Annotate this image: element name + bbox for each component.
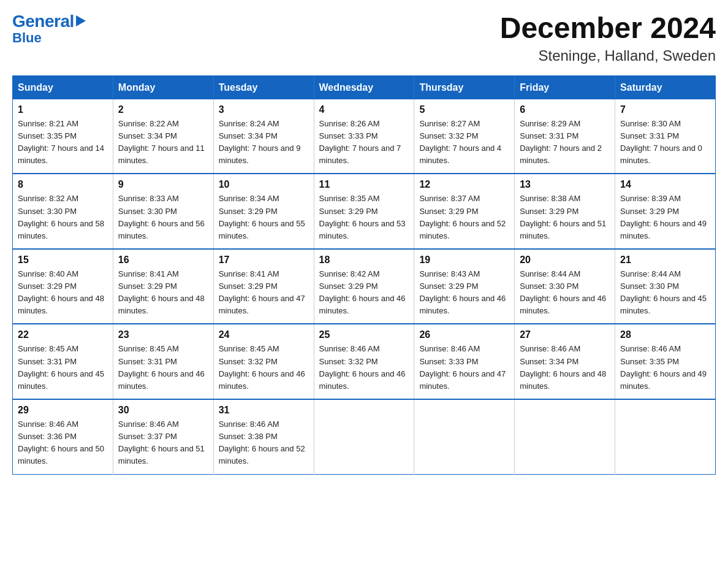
day-number: 1 — [18, 104, 108, 115]
calendar-day-cell: 5Sunrise: 8:27 AMSunset: 3:32 PMDaylight… — [414, 99, 515, 174]
day-number: 9 — [118, 179, 208, 190]
calendar-title: December 2024 — [500, 12, 716, 45]
day-info: Sunrise: 8:45 AMSunset: 3:31 PMDaylight:… — [18, 343, 108, 393]
header-saturday: Saturday — [615, 75, 716, 99]
calendar-day-cell: 8Sunrise: 8:32 AMSunset: 3:30 PMDaylight… — [13, 174, 113, 249]
calendar-day-cell — [414, 399, 515, 474]
day-info: Sunrise: 8:46 AMSunset: 3:32 PMDaylight:… — [319, 343, 409, 393]
day-number: 7 — [620, 104, 710, 115]
calendar-day-cell: 21Sunrise: 8:44 AMSunset: 3:30 PMDayligh… — [615, 249, 716, 324]
calendar-day-cell — [615, 399, 716, 474]
calendar-day-cell: 27Sunrise: 8:46 AMSunset: 3:34 PMDayligh… — [515, 324, 615, 399]
logo-general-word: General — [12, 12, 74, 31]
calendar-day-cell: 17Sunrise: 8:41 AMSunset: 3:29 PMDayligh… — [213, 249, 314, 324]
day-info: Sunrise: 8:24 AMSunset: 3:34 PMDaylight:… — [219, 118, 309, 167]
day-info: Sunrise: 8:40 AMSunset: 3:29 PMDaylight:… — [18, 268, 108, 318]
calendar-week-row: 29Sunrise: 8:46 AMSunset: 3:36 PMDayligh… — [13, 399, 716, 474]
day-number: 11 — [319, 179, 409, 190]
day-info: Sunrise: 8:46 AMSunset: 3:38 PMDaylight:… — [219, 418, 309, 468]
calendar-day-cell: 25Sunrise: 8:46 AMSunset: 3:32 PMDayligh… — [314, 324, 414, 399]
title-block: December 2024 Steninge, Halland, Sweden — [500, 12, 716, 64]
day-number: 16 — [118, 255, 208, 266]
calendar-table: Sunday Monday Tuesday Wednesday Thursday… — [12, 75, 716, 475]
calendar-week-row: 1Sunrise: 8:21 AMSunset: 3:35 PMDaylight… — [13, 99, 716, 174]
day-number: 8 — [18, 179, 108, 190]
day-number: 28 — [620, 329, 710, 340]
day-number: 18 — [319, 255, 409, 266]
day-info: Sunrise: 8:45 AMSunset: 3:31 PMDaylight:… — [118, 343, 208, 393]
day-number: 13 — [520, 179, 610, 190]
calendar-subtitle: Steninge, Halland, Sweden — [500, 47, 716, 64]
calendar-body: 1Sunrise: 8:21 AMSunset: 3:35 PMDaylight… — [13, 99, 716, 474]
day-info: Sunrise: 8:45 AMSunset: 3:32 PMDaylight:… — [219, 343, 309, 393]
day-number: 19 — [419, 255, 509, 266]
calendar-day-cell: 1Sunrise: 8:21 AMSunset: 3:35 PMDaylight… — [13, 99, 113, 174]
day-info: Sunrise: 8:33 AMSunset: 3:30 PMDaylight:… — [118, 193, 208, 242]
day-info: Sunrise: 8:44 AMSunset: 3:30 PMDaylight:… — [620, 268, 710, 318]
day-info: Sunrise: 8:41 AMSunset: 3:29 PMDaylight:… — [219, 268, 309, 318]
day-number: 2 — [118, 104, 208, 115]
calendar-day-cell: 4Sunrise: 8:26 AMSunset: 3:33 PMDaylight… — [314, 99, 414, 174]
day-info: Sunrise: 8:21 AMSunset: 3:35 PMDaylight:… — [18, 118, 108, 167]
day-info: Sunrise: 8:43 AMSunset: 3:29 PMDaylight:… — [419, 268, 509, 318]
header-sunday: Sunday — [13, 75, 113, 99]
calendar-day-cell: 15Sunrise: 8:40 AMSunset: 3:29 PMDayligh… — [13, 249, 113, 324]
day-number: 30 — [118, 405, 208, 416]
day-number: 23 — [118, 329, 208, 340]
calendar-day-cell: 26Sunrise: 8:46 AMSunset: 3:33 PMDayligh… — [414, 324, 515, 399]
header-monday: Monday — [113, 75, 213, 99]
calendar-day-cell: 6Sunrise: 8:29 AMSunset: 3:31 PMDaylight… — [515, 99, 615, 174]
calendar-day-cell: 24Sunrise: 8:45 AMSunset: 3:32 PMDayligh… — [213, 324, 314, 399]
page-header: General Blue December 2024 Steninge, Hal… — [12, 12, 716, 64]
day-number: 10 — [219, 179, 309, 190]
day-info: Sunrise: 8:42 AMSunset: 3:29 PMDaylight:… — [319, 268, 409, 318]
day-info: Sunrise: 8:39 AMSunset: 3:29 PMDaylight:… — [620, 193, 710, 242]
calendar-day-cell: 2Sunrise: 8:22 AMSunset: 3:34 PMDaylight… — [113, 99, 213, 174]
day-number: 27 — [520, 329, 610, 340]
day-info: Sunrise: 8:46 AMSunset: 3:36 PMDaylight:… — [18, 418, 108, 468]
calendar-day-cell: 31Sunrise: 8:46 AMSunset: 3:38 PMDayligh… — [213, 399, 314, 474]
calendar-day-cell: 10Sunrise: 8:34 AMSunset: 3:29 PMDayligh… — [213, 174, 314, 249]
day-number: 22 — [18, 329, 108, 340]
day-number: 3 — [219, 104, 309, 115]
day-number: 17 — [219, 255, 309, 266]
calendar-day-cell: 22Sunrise: 8:45 AMSunset: 3:31 PMDayligh… — [13, 324, 113, 399]
calendar-week-row: 22Sunrise: 8:45 AMSunset: 3:31 PMDayligh… — [13, 324, 716, 399]
day-number: 14 — [620, 179, 710, 190]
day-number: 26 — [419, 329, 509, 340]
day-number: 4 — [319, 104, 409, 115]
calendar-day-cell: 16Sunrise: 8:41 AMSunset: 3:29 PMDayligh… — [113, 249, 213, 324]
logo-blue-text: Blue — [12, 30, 42, 46]
svg-marker-0 — [76, 15, 86, 26]
day-number: 24 — [219, 329, 309, 340]
calendar-day-cell: 19Sunrise: 8:43 AMSunset: 3:29 PMDayligh… — [414, 249, 515, 324]
day-info: Sunrise: 8:32 AMSunset: 3:30 PMDaylight:… — [18, 193, 108, 242]
day-info: Sunrise: 8:29 AMSunset: 3:31 PMDaylight:… — [520, 118, 610, 167]
day-number: 5 — [419, 104, 509, 115]
calendar-day-cell: 23Sunrise: 8:45 AMSunset: 3:31 PMDayligh… — [113, 324, 213, 399]
day-info: Sunrise: 8:34 AMSunset: 3:29 PMDaylight:… — [219, 193, 309, 242]
day-info: Sunrise: 8:26 AMSunset: 3:33 PMDaylight:… — [319, 118, 409, 167]
day-info: Sunrise: 8:30 AMSunset: 3:31 PMDaylight:… — [620, 118, 710, 167]
header-friday: Friday — [515, 75, 615, 99]
day-info: Sunrise: 8:27 AMSunset: 3:32 PMDaylight:… — [419, 118, 509, 167]
day-number: 6 — [520, 104, 610, 115]
logo: General Blue — [12, 12, 86, 46]
header-wednesday: Wednesday — [314, 75, 414, 99]
day-number: 25 — [319, 329, 409, 340]
calendar-week-row: 15Sunrise: 8:40 AMSunset: 3:29 PMDayligh… — [13, 249, 716, 324]
calendar-day-cell: 12Sunrise: 8:37 AMSunset: 3:29 PMDayligh… — [414, 174, 515, 249]
day-info: Sunrise: 8:22 AMSunset: 3:34 PMDaylight:… — [118, 118, 208, 167]
calendar-day-cell: 11Sunrise: 8:35 AMSunset: 3:29 PMDayligh… — [314, 174, 414, 249]
calendar-day-cell: 3Sunrise: 8:24 AMSunset: 3:34 PMDaylight… — [213, 99, 314, 174]
day-number: 12 — [419, 179, 509, 190]
day-info: Sunrise: 8:37 AMSunset: 3:29 PMDaylight:… — [419, 193, 509, 242]
calendar-day-cell: 13Sunrise: 8:38 AMSunset: 3:29 PMDayligh… — [515, 174, 615, 249]
day-number: 20 — [520, 255, 610, 266]
calendar-day-cell — [515, 399, 615, 474]
logo-general-text: General — [12, 12, 86, 31]
calendar-day-cell: 9Sunrise: 8:33 AMSunset: 3:30 PMDaylight… — [113, 174, 213, 249]
day-info: Sunrise: 8:46 AMSunset: 3:33 PMDaylight:… — [419, 343, 509, 393]
calendar-week-row: 8Sunrise: 8:32 AMSunset: 3:30 PMDaylight… — [13, 174, 716, 249]
header-tuesday: Tuesday — [213, 75, 314, 99]
